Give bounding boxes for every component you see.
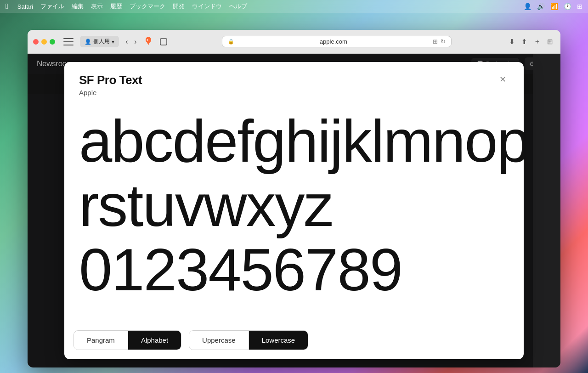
traffic-lights — [33, 39, 55, 45]
font-preview-area: abcdefghijklmnopq rstuvwxyz 0123456789 — [64, 102, 524, 323]
preview-mode-tabs: Pangram Alphabet — [74, 330, 181, 350]
font-name: SF Pro Text — [79, 73, 142, 87]
tab-pangram[interactable]: Pangram — [74, 331, 128, 350]
modal-tab-bar: Pangram Alphabet Uppercase Lowercase — [64, 323, 524, 359]
share-button[interactable]: ⬆ — [520, 35, 529, 48]
new-tab-button[interactable]: ＋ — [532, 35, 543, 48]
preview-lowercase-line1: abcdefghijklmnopq — [79, 111, 509, 171]
translate-icon[interactable]: ⊞ — [433, 38, 438, 45]
reload-button[interactable]: ↻ — [441, 38, 446, 45]
wifi-icon: 📶 — [550, 3, 558, 10]
apple-menu-icon[interactable]:  — [6, 2, 8, 11]
case-mode-tabs: Uppercase Lowercase — [189, 330, 308, 350]
tab-uppercase[interactable]: Uppercase — [189, 331, 249, 350]
menubar-edit[interactable]: 編集 — [72, 2, 84, 11]
url-text: apple.com — [237, 38, 430, 45]
menubar-file[interactable]: ファイル — [40, 2, 64, 11]
menubar-bookmarks[interactable]: ブックマーク — [130, 2, 165, 11]
menubar-history[interactable]: 履歴 — [110, 2, 122, 11]
person-icon: 👤 — [524, 3, 531, 10]
browser-content: Newsroom Apple Stor... 📑 Bookmarks ⚙ ✕ D… — [28, 54, 560, 367]
back-button[interactable]: ‹ — [123, 37, 130, 47]
close-window-button[interactable] — [33, 39, 39, 45]
tab-grid-button[interactable]: ⊞ — [545, 35, 555, 48]
fonts-ninja-extension-button[interactable] — [143, 36, 153, 48]
profile-label: 個人用 — [93, 38, 110, 45]
browser-window: 👤 個人用 ▾ ‹ › 🔒 apple.com ⊞ ↻ — [28, 30, 560, 367]
nav-buttons: ‹ › — [123, 37, 140, 47]
menubar-develop[interactable]: 開発 — [173, 2, 185, 11]
speaker-icon: 🔊 — [537, 3, 545, 10]
modal-close-button[interactable]: ✕ — [496, 73, 509, 86]
minimize-window-button[interactable] — [41, 39, 47, 45]
download-button[interactable]: ⬇ — [507, 35, 517, 48]
fullscreen-window-button[interactable] — [50, 39, 55, 45]
forward-button[interactable]: › — [131, 37, 139, 47]
svg-rect-1 — [160, 39, 167, 45]
font-preview-modal: SF Pro Text Apple ✕ abcdefghijklmnopq rs… — [64, 62, 524, 359]
tab-lowercase[interactable]: Lowercase — [249, 331, 308, 350]
preview-lowercase-line2: rstuvwxyz — [79, 175, 509, 235]
person-icon: 👤 — [85, 39, 91, 45]
menubar-help[interactable]: ヘルプ — [229, 2, 247, 11]
tab-alphabet[interactable]: Alphabet — [128, 331, 181, 350]
font-title-group: SF Pro Text Apple — [79, 73, 142, 96]
toolbar-right-buttons: ⬇ ⬆ ＋ ⊞ — [507, 35, 555, 48]
modal-header: SF Pro Text Apple ✕ — [64, 62, 524, 102]
font-maker: Apple — [79, 89, 142, 96]
clock-icon: 🕐 — [564, 3, 571, 10]
sidebar-toggle-button[interactable] — [61, 36, 76, 47]
tab-overview-button[interactable] — [157, 36, 170, 47]
menubar-safari[interactable]: Safari — [17, 3, 33, 10]
close-icon: ✕ — [499, 74, 506, 85]
control-center-icon[interactable]: ⊞ — [577, 3, 582, 10]
address-bar[interactable]: 🔒 apple.com ⊞ ↻ — [222, 36, 452, 47]
menubar-window[interactable]: ウインドウ — [192, 2, 222, 11]
svg-point-0 — [147, 39, 148, 40]
chevron-down-icon: ▾ — [112, 39, 114, 45]
profile-button[interactable]: 👤 個人用 ▾ — [80, 36, 119, 47]
preview-digits: 0123456789 — [79, 240, 509, 300]
menubar-view[interactable]: 表示 — [91, 2, 103, 11]
browser-toolbar: 👤 個人用 ▾ ‹ › 🔒 apple.com ⊞ ↻ — [28, 30, 560, 54]
menubar-right-icons: 👤 🔊 📶 🕐 ⊞ — [524, 3, 582, 10]
lock-icon: 🔒 — [228, 39, 234, 45]
menubar:  Safari ファイル 編集 表示 履歴 ブックマーク 開発 ウインドウ ヘ… — [0, 0, 588, 13]
